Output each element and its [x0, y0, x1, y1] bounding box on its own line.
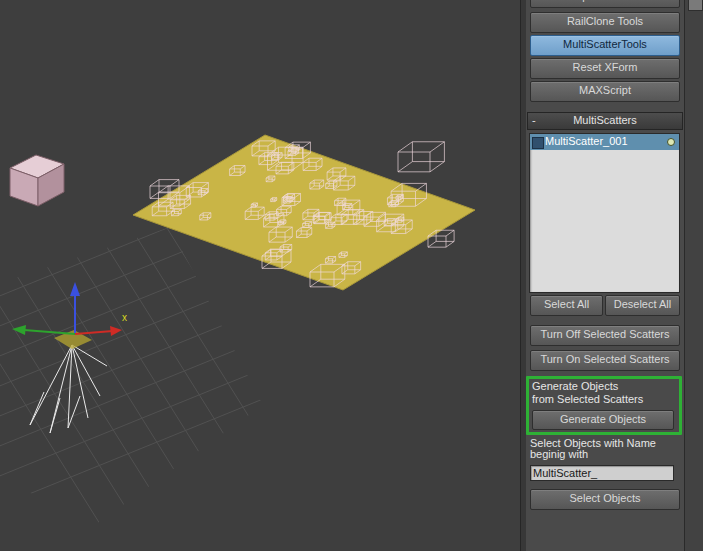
- generate-section-highlight: Generate Objects from Selected Scatters …: [526, 376, 682, 435]
- select-by-name-caption-line2: beginig with: [530, 448, 588, 460]
- selected-object-wireframe: [30, 345, 107, 433]
- box-object[interactable]: [10, 155, 64, 206]
- viewport[interactable]: x: [0, 0, 520, 551]
- reset-xform-button[interactable]: Reset XForm: [530, 58, 680, 79]
- scatter-item-icon: [532, 137, 544, 149]
- generate-caption-line2: from Selected Scatters: [532, 393, 679, 405]
- multiscatter-tools-button[interactable]: MultiScatterTools: [530, 35, 680, 56]
- rollout-multiscatters[interactable]: - MultiScatters: [527, 112, 683, 130]
- generate-caption-line1: Generate Objects: [532, 380, 679, 392]
- turn-off-selected-button[interactable]: Turn Off Selected Scatters: [530, 325, 680, 346]
- axis-y-arrow[interactable]: [12, 325, 75, 335]
- viewport-canvas[interactable]: x: [0, 0, 520, 551]
- perspective-match-button[interactable]: Perspective Match: [530, 0, 680, 8]
- generate-objects-button[interactable]: Generate Objects: [532, 410, 674, 430]
- rollout-collapse-icon[interactable]: -: [532, 113, 542, 128]
- scatter-item-name: MultiScatter_001: [545, 135, 628, 147]
- axis-x-label: x: [122, 312, 127, 323]
- command-panel: Perspective Match RailClone Tools MultiS…: [526, 0, 684, 551]
- transform-gizmo[interactable]: x: [12, 282, 127, 349]
- railclone-tools-button[interactable]: RailClone Tools: [530, 12, 680, 33]
- select-objects-button[interactable]: Select Objects: [530, 489, 680, 510]
- scatter-enabled-indicator[interactable]: [667, 138, 675, 146]
- select-all-button[interactable]: Select All: [530, 295, 603, 316]
- scatter-list-item[interactable]: MultiScatter_001: [530, 134, 679, 150]
- axis-z-arrow[interactable]: [70, 282, 80, 334]
- deselect-all-button[interactable]: Deselect All: [605, 295, 680, 316]
- rollout-title: MultiScatters: [573, 114, 637, 126]
- name-prefix-input[interactable]: [530, 465, 674, 481]
- scatter-list[interactable]: MultiScatter_001: [529, 133, 680, 293]
- panel-edge-strip: [684, 0, 703, 551]
- turn-on-selected-button[interactable]: Turn On Selected Scatters: [530, 350, 680, 371]
- panel-scroll-handle[interactable]: [688, 0, 703, 11]
- maxscript-button[interactable]: MAXScript: [530, 81, 680, 102]
